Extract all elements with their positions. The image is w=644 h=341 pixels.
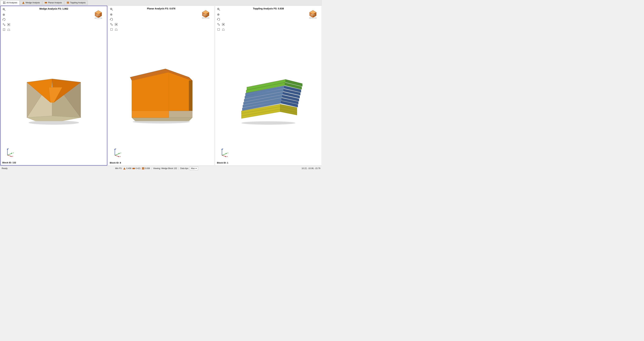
- fs3-item: 0.838: [142, 167, 150, 170]
- svg-text:Z: Z: [222, 148, 223, 150]
- svg-rect-9: [67, 3, 69, 4]
- svg-rect-89: [218, 23, 218, 24]
- svg-point-29: [28, 121, 79, 125]
- svg-rect-16: [3, 24, 4, 25]
- planar-toolbar-row1: [110, 22, 118, 27]
- planar-zoom-extent-icon[interactable]: [114, 22, 118, 27]
- tab-toppling-analysis[interactable]: Toppling Analysis: [64, 0, 88, 5]
- planar-panel[interactable]: Planar Analysis FS: 0.676 ⊕: [108, 6, 214, 166]
- fs1-value: 0.408: [126, 167, 131, 170]
- wedge-icon: [22, 1, 25, 4]
- view-top-icon[interactable]: [2, 28, 6, 32]
- wedge-axis: Z Y X: [4, 148, 16, 157]
- planar-zoom-icon[interactable]: [110, 7, 114, 11]
- toppling-view-top-icon[interactable]: [216, 28, 220, 32]
- svg-marker-52: [110, 19, 111, 20]
- toppling-small-icon: [142, 167, 144, 170]
- rotate-icon[interactable]: [2, 18, 6, 22]
- svg-line-80: [115, 155, 118, 156]
- svg-text:FRONT: FRONT: [311, 14, 315, 16]
- separator1: |: [151, 167, 152, 170]
- svg-rect-0: [3, 2, 4, 3]
- svg-rect-2: [3, 3, 4, 4]
- svg-marker-81: [118, 156, 120, 157]
- zoom-icon[interactable]: [2, 8, 6, 12]
- svg-text:Z: Z: [8, 148, 9, 150]
- tab-planar-analysis[interactable]: Planar Analysis: [42, 0, 64, 5]
- toppling-icon: [66, 1, 69, 4]
- planar-icon: [44, 1, 47, 4]
- toppling-toolbar-row2: [216, 28, 225, 32]
- toppling-cube-navigator[interactable]: FRONT: [307, 7, 319, 19]
- tab-all-analyses[interactable]: All Analyses: [1, 0, 20, 5]
- wedge-small-icon: [123, 167, 126, 170]
- svg-marker-15: [2, 20, 3, 20]
- svg-text:Z: Z: [115, 148, 116, 150]
- wedge-title: Wedge Analysis FS: 1.862: [39, 8, 68, 10]
- planar-model-svg: [125, 47, 198, 124]
- planar-view-perspective-icon[interactable]: [114, 28, 118, 32]
- toppling-axis: Z Y X: [218, 148, 230, 157]
- planar-cube-navigator[interactable]: FRONT: [200, 7, 212, 19]
- zoom-fit-icon[interactable]: [2, 23, 6, 27]
- wedge-cube-navigator[interactable]: FRONT: [92, 8, 104, 19]
- svg-rect-54: [112, 25, 112, 26]
- tab-toppling-analysis-label: Toppling Analysis: [70, 2, 86, 4]
- svg-line-44: [8, 155, 11, 156]
- svg-rect-7: [67, 2, 69, 2]
- tab-planar-analysis-label: Planar Analysis: [48, 2, 62, 4]
- view-perspective-icon[interactable]: [7, 28, 11, 32]
- tab-wedge-analysis-label: Wedge Analysis: [26, 2, 40, 4]
- svg-marker-42: [11, 153, 12, 154]
- toppling-view-perspective-icon[interactable]: [221, 28, 225, 32]
- status-right: 10.22, -10.08, -15.79: [302, 167, 320, 170]
- ready-label: Ready: [2, 167, 8, 170]
- tab-bar: All Analyses Wedge Analysis Planar Analy…: [0, 0, 322, 6]
- svg-rect-146: [132, 168, 135, 168]
- pan-icon[interactable]: ⊕: [2, 13, 6, 17]
- svg-marker-139: [226, 153, 227, 154]
- svg-marker-45: [11, 156, 12, 157]
- svg-marker-94: [222, 29, 224, 31]
- svg-text:⊕: ⊕: [217, 13, 220, 16]
- planar-small-icon: [132, 167, 135, 170]
- tab-wedge-analysis[interactable]: Wedge Analysis: [20, 0, 42, 5]
- svg-rect-6: [45, 2, 47, 2]
- planar-toolbar: ⊕: [110, 7, 118, 32]
- svg-rect-3: [4, 3, 6, 4]
- svg-marker-22: [8, 29, 10, 31]
- planar-rotate-icon[interactable]: [110, 17, 114, 21]
- toppling-panel[interactable]: Toppling Analysis FS: 0.838 ⊕: [215, 6, 322, 166]
- fs2-value: 0.421: [136, 167, 140, 170]
- toppling-pan-icon[interactable]: ⊕: [216, 12, 220, 16]
- planar-pan-icon[interactable]: ⊕: [110, 12, 114, 16]
- svg-text:X: X: [12, 156, 13, 157]
- separator2: |: [178, 167, 179, 170]
- svg-text:FRONT: FRONT: [96, 15, 100, 16]
- toppling-rotate-icon[interactable]: [216, 17, 220, 21]
- data-tips-label: Data tips:: [180, 167, 189, 170]
- svg-rect-149: [142, 169, 144, 169]
- toppling-title: Toppling Analysis FS: 0.838: [253, 7, 284, 10]
- toppling-zoom-icon[interactable]: [216, 7, 220, 11]
- svg-marker-71: [132, 118, 192, 121]
- svg-rect-148: [142, 168, 144, 169]
- svg-text:⊕: ⊕: [2, 13, 5, 16]
- planar-view-top-icon[interactable]: [110, 28, 114, 32]
- data-tips-value: Max: [191, 167, 195, 170]
- wedge-panel[interactable]: Wedge Analysis FS: 1.862 ⊕: [0, 6, 107, 166]
- toppling-zoom-fit-icon[interactable]: [216, 22, 220, 27]
- svg-point-19: [8, 24, 9, 25]
- svg-line-77: [115, 154, 119, 155]
- planar-zoom-fit-icon[interactable]: [110, 22, 114, 27]
- svg-rect-57: [110, 29, 112, 31]
- svg-text:Y: Y: [227, 152, 228, 154]
- toppling-zoom-extent-icon[interactable]: [221, 22, 225, 27]
- data-tips-dropdown[interactable]: Max: [190, 167, 198, 170]
- svg-text:Y: Y: [13, 152, 14, 154]
- viewing-label: Viewing: Wedge Block 132: [153, 167, 177, 170]
- svg-line-41: [8, 153, 12, 155]
- zoom-extent-icon[interactable]: [7, 23, 11, 27]
- svg-point-56: [116, 24, 117, 25]
- toppling-model-svg: [233, 45, 304, 126]
